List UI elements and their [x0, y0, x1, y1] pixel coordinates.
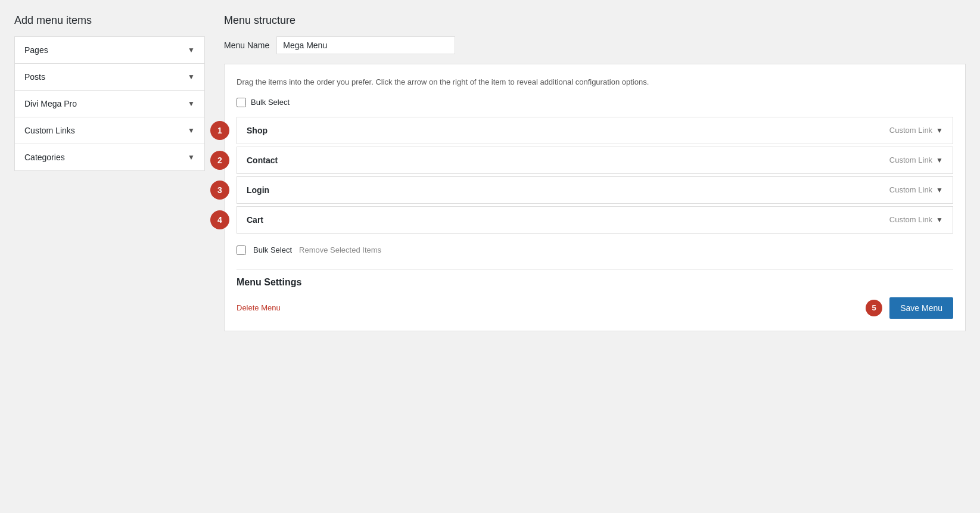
accordion-label-divi-mega-pro: Divi Mega Pro — [24, 99, 77, 108]
item-type-login: Custom Link — [889, 185, 932, 194]
menu-name-input[interactable] — [276, 36, 455, 54]
menu-name-row: Menu Name — [224, 36, 966, 54]
step-badge-4: 4 — [210, 210, 229, 229]
drag-hint: Drag the items into the order you prefer… — [237, 76, 953, 88]
menu-structure-box: Drag the items into the order you prefer… — [224, 64, 966, 331]
menu-item-row: 2 Contact Custom Link ▼ — [237, 147, 953, 174]
item-name-cart: Cart — [247, 215, 263, 225]
item-type-cart: Custom Link — [889, 215, 932, 224]
item-name-login: Login — [247, 185, 269, 195]
menu-item-row: 1 Shop Custom Link ▼ — [237, 117, 953, 144]
delete-menu-link[interactable]: Delete Menu — [237, 303, 281, 312]
bulk-select-bottom-label: Bulk Select — [253, 245, 292, 254]
chevron-down-icon: ▼ — [936, 216, 943, 224]
item-right-contact: Custom Link ▼ — [889, 156, 943, 164]
accordion-label-custom-links: Custom Links — [24, 126, 75, 135]
item-type-contact: Custom Link — [889, 156, 932, 164]
item-right-cart: Custom Link ▼ — [889, 215, 943, 224]
accordion-item-divi-mega-pro[interactable]: Divi Mega Pro ▼ — [15, 91, 204, 117]
add-menu-items-panel: Add menu items Pages ▼ Posts ▼ Divi Mega… — [14, 14, 205, 171]
chevron-down-icon: ▼ — [188, 100, 195, 108]
menu-item-row: 3 Login Custom Link ▼ — [237, 176, 953, 204]
chevron-down-icon: ▼ — [188, 46, 195, 54]
menu-structure-panel: Menu structure Menu Name Drag the items … — [224, 14, 966, 331]
item-type-shop: Custom Link — [889, 126, 932, 135]
chevron-down-icon: ▼ — [188, 73, 195, 81]
item-right-shop: Custom Link ▼ — [889, 126, 943, 135]
bulk-select-top-label: Bulk Select — [251, 98, 290, 107]
bulk-select-bottom-row: Bulk Select Remove Selected Items — [237, 245, 953, 255]
save-row: 5 Save Menu — [866, 297, 953, 319]
accordion-item-pages[interactable]: Pages ▼ — [15, 37, 204, 64]
accordion-list: Pages ▼ Posts ▼ Divi Mega Pro ▼ Custom L… — [14, 36, 205, 171]
accordion-label-pages: Pages — [24, 45, 48, 55]
accordion-label-posts: Posts — [24, 72, 45, 82]
settings-footer: Delete Menu 5 Save Menu — [237, 297, 953, 319]
menu-item-shop[interactable]: Shop Custom Link ▼ — [237, 117, 953, 144]
menu-item-row: 4 Cart Custom Link ▼ — [237, 206, 953, 234]
chevron-down-icon: ▼ — [936, 186, 943, 194]
step-badge-3: 3 — [210, 181, 229, 200]
save-menu-button[interactable]: Save Menu — [889, 297, 953, 319]
left-panel-title: Add menu items — [14, 14, 205, 27]
item-name-shop: Shop — [247, 126, 267, 135]
accordion-item-custom-links[interactable]: Custom Links ▼ — [15, 117, 204, 144]
bulk-select-top-checkbox[interactable] — [237, 98, 246, 107]
item-name-contact: Contact — [247, 156, 278, 165]
menu-items-list: 1 Shop Custom Link ▼ 2 Contact Custom Li… — [237, 117, 953, 234]
menu-item-cart[interactable]: Cart Custom Link ▼ — [237, 206, 953, 234]
bulk-select-top-row: Bulk Select — [237, 98, 953, 107]
menu-structure-title: Menu structure — [224, 14, 966, 27]
remove-selected-link[interactable]: Remove Selected Items — [299, 245, 381, 254]
menu-item-contact[interactable]: Contact Custom Link ▼ — [237, 147, 953, 174]
item-right-login: Custom Link ▼ — [889, 185, 943, 194]
chevron-down-icon: ▼ — [936, 156, 943, 164]
menu-settings-title: Menu Settings — [237, 269, 953, 288]
accordion-label-categories: Categories — [24, 153, 65, 162]
chevron-down-icon: ▼ — [936, 126, 943, 135]
accordion-item-categories[interactable]: Categories ▼ — [15, 144, 204, 170]
bulk-select-bottom-checkbox[interactable] — [237, 245, 246, 255]
menu-name-label: Menu Name — [224, 41, 269, 50]
step-badge-2: 2 — [210, 151, 229, 170]
chevron-down-icon: ▼ — [188, 153, 195, 161]
accordion-item-posts[interactable]: Posts ▼ — [15, 64, 204, 91]
chevron-down-icon: ▼ — [188, 126, 195, 135]
menu-item-login[interactable]: Login Custom Link ▼ — [237, 176, 953, 204]
save-step-badge: 5 — [866, 300, 882, 316]
step-badge-1: 1 — [210, 121, 229, 140]
